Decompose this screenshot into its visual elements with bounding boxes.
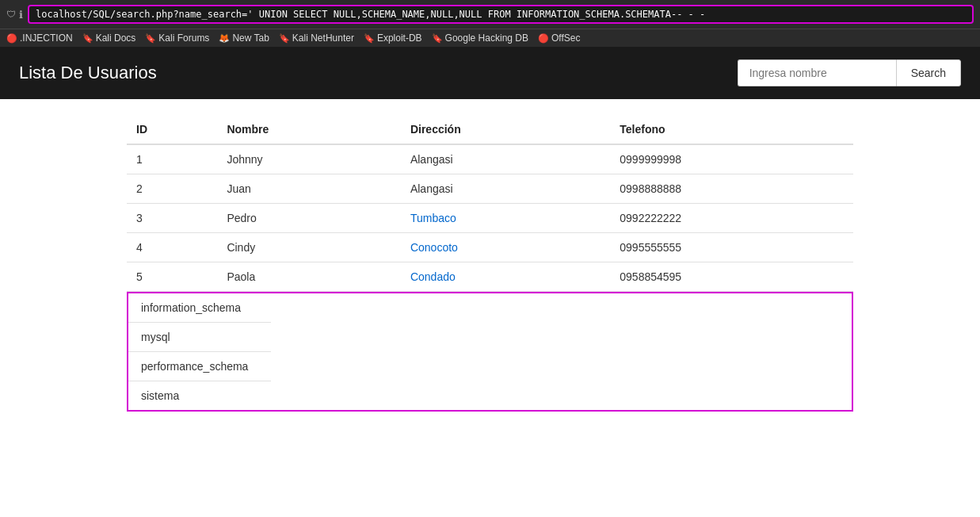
table-body: 1 Johnny Alangasi 0999999998 2 Juan Alan… <box>127 144 853 414</box>
cell-direccion: Tumbaco <box>401 204 610 233</box>
table-container: ID Nombre Dirección Telefono 1 Johnny Al… <box>0 99 980 430</box>
injected-schema-name: sistema <box>128 381 271 411</box>
injected-row: sistema <box>128 381 271 411</box>
page-title: Lista De Usuarios <box>19 63 157 83</box>
injected-schema-name: performance_schema <box>128 352 271 381</box>
bookmark-kali-docs[interactable]: 🔖Kali Docs <box>82 33 136 44</box>
injected-schema-name: information_schema <box>128 293 271 323</box>
bookmark-label-kali-docs: Kali Docs <box>96 33 136 44</box>
bookmarks-bar: 🔴.INJECTION🔖Kali Docs🔖Kali Forums🦊New Ta… <box>0 29 980 47</box>
cell-nombre: Cindy <box>217 233 401 262</box>
cell-id: 2 <box>127 174 217 204</box>
cell-telefono: 0992222222 <box>610 204 853 233</box>
bookmark-icon-google-hacking: 🔖 <box>432 33 443 44</box>
bookmark-label-exploit-db: Exploit-DB <box>377 33 422 44</box>
table-head: ID Nombre Dirección Telefono <box>127 115 853 144</box>
cell-nombre: Pedro <box>217 204 401 233</box>
cell-telefono: 0999999998 <box>610 144 853 174</box>
cell-telefono: 0958854595 <box>610 262 853 292</box>
browser-nav-icons: 🛡 ℹ <box>6 9 23 21</box>
bookmark-kali-forums[interactable]: 🔖Kali Forums <box>145 33 209 44</box>
bookmark-label-injection: .INJECTION <box>20 33 73 44</box>
cell-direccion: Alangasi <box>401 144 610 174</box>
search-input[interactable] <box>738 59 896 86</box>
cell-nombre: Paola <box>217 262 401 292</box>
cell-nombre: Johnny <box>217 144 401 174</box>
cell-direccion: Alangasi <box>401 174 610 204</box>
bookmark-kali-nethunter[interactable]: 🔖Kali NetHunter <box>279 33 354 44</box>
injected-row: information_schema <box>128 293 271 323</box>
col-direccion: Dirección <box>401 115 610 144</box>
address-bar: 🛡 ℹ <box>0 0 980 29</box>
table-row: 3 Pedro Tumbaco 0992222222 <box>127 204 853 233</box>
cell-id: 4 <box>127 233 217 262</box>
cell-id: 1 <box>127 144 217 174</box>
search-area: Search <box>738 59 961 86</box>
bookmark-icon-exploit-db: 🔖 <box>364 33 375 44</box>
table-row: 5 Paola Condado 0958854595 <box>127 262 853 292</box>
cell-nombre: Juan <box>217 174 401 204</box>
col-nombre: Nombre <box>217 115 401 144</box>
bookmark-icon-kali-docs: 🔖 <box>82 33 93 44</box>
table-row: 4 Cindy Conocoto 0995555555 <box>127 233 853 262</box>
shield-icon: 🛡 <box>6 9 16 20</box>
users-table: ID Nombre Dirección Telefono 1 Johnny Al… <box>127 115 853 414</box>
bookmark-exploit-db[interactable]: 🔖Exploit-DB <box>364 33 422 44</box>
bookmark-icon-kali-nethunter: 🔖 <box>279 33 290 44</box>
table-row: 1 Johnny Alangasi 0999999998 <box>127 144 853 174</box>
page-content: Lista De Usuarios Search ID Nombre Direc… <box>0 47 980 507</box>
address-input[interactable] <box>28 5 974 24</box>
bookmark-label-kali-forums: Kali Forums <box>158 33 209 44</box>
bookmark-icon-kali-forums: 🔖 <box>145 33 156 44</box>
bookmark-label-new-tab: New Tab <box>232 33 269 44</box>
bookmark-new-tab[interactable]: 🦊New Tab <box>219 33 269 44</box>
cell-telefono: 0998888888 <box>610 174 853 204</box>
injected-row: mysql <box>128 323 271 352</box>
bookmark-injection[interactable]: 🔴.INJECTION <box>6 33 73 44</box>
info-icon: ℹ <box>19 9 23 21</box>
bookmark-icon-injection: 🔴 <box>6 33 17 44</box>
cell-direccion: Condado <box>401 262 610 292</box>
bookmark-label-google-hacking: Google Hacking DB <box>445 33 528 44</box>
bookmark-label-offsec: OffSec <box>551 33 580 44</box>
injected-row: performance_schema <box>128 352 271 381</box>
cell-id: 3 <box>127 204 217 233</box>
bookmark-label-kali-nethunter: Kali NetHunter <box>292 33 354 44</box>
bookmark-google-hacking[interactable]: 🔖Google Hacking DB <box>432 33 528 44</box>
col-telefono: Telefono <box>610 115 853 144</box>
table-header-row: ID Nombre Dirección Telefono <box>127 115 853 144</box>
browser-chrome: 🛡 ℹ 🔴.INJECTION🔖Kali Docs🔖Kali Forums🦊Ne… <box>0 0 980 47</box>
injected-schema-name: mysql <box>128 323 271 352</box>
col-id: ID <box>127 115 217 144</box>
cell-id: 5 <box>127 262 217 292</box>
bookmark-icon-offsec: 🔴 <box>538 33 549 44</box>
search-button[interactable]: Search <box>896 59 961 86</box>
cell-direccion: Conocoto <box>401 233 610 262</box>
table-row: 2 Juan Alangasi 0998888888 <box>127 174 853 204</box>
injection-result-cell: information_schemamysqlperformance_schem… <box>127 292 853 415</box>
bookmark-icon-new-tab: 🦊 <box>219 33 230 44</box>
injection-result-row: information_schemamysqlperformance_schem… <box>127 292 853 415</box>
bookmark-offsec[interactable]: 🔴OffSec <box>538 33 580 44</box>
cell-telefono: 0995555555 <box>610 233 853 262</box>
page-header: Lista De Usuarios Search <box>0 47 980 99</box>
injection-result-table: information_schemamysqlperformance_schem… <box>127 292 853 412</box>
